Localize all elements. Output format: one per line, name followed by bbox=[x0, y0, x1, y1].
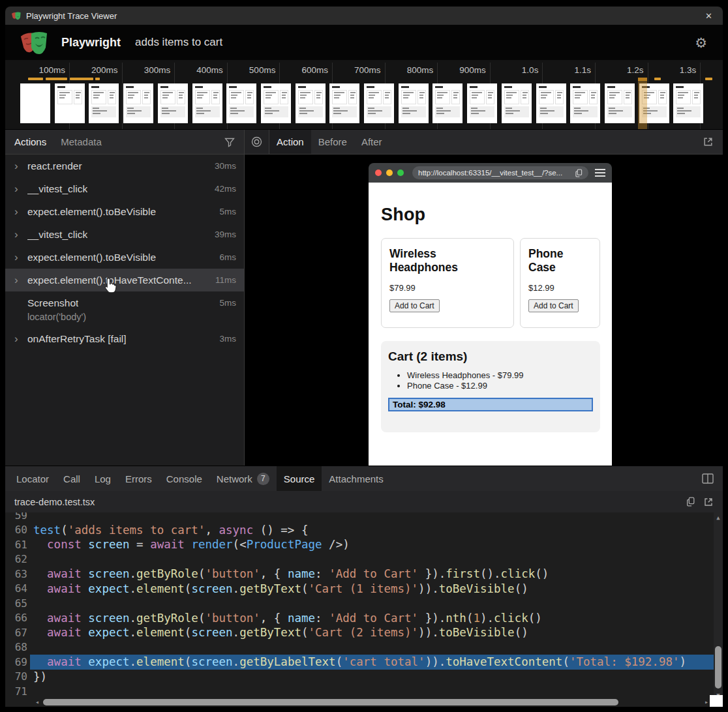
thumb-line bbox=[436, 108, 443, 109]
filmstrip-thumbnail[interactable] bbox=[329, 83, 359, 123]
snapshot-tabbar: ActionBeforeAfter bbox=[245, 130, 723, 155]
filter-icon[interactable] bbox=[224, 137, 235, 147]
add-to-cart-button[interactable]: Add to Cart bbox=[389, 299, 440, 312]
timeline[interactable]: 100ms200ms300ms400ms500ms600ms700ms800ms… bbox=[5, 60, 723, 130]
tab-errors[interactable]: Errors bbox=[118, 466, 159, 491]
url-bar[interactable]: http://localhost:63315/__vitest_test__/?… bbox=[412, 166, 588, 179]
action-row[interactable]: ›__vitest_click42ms bbox=[5, 177, 244, 200]
filmstrip-thumbnail[interactable] bbox=[536, 83, 566, 123]
code-line: 66 await screen.getByRole('button', { na… bbox=[5, 611, 714, 626]
pick-locator-button[interactable] bbox=[245, 130, 269, 154]
thumb-line bbox=[506, 113, 513, 114]
open-source-externally-icon[interactable] bbox=[703, 497, 714, 507]
tab-network[interactable]: Network7 bbox=[209, 466, 277, 491]
timeline-action-bar bbox=[70, 78, 93, 80]
filmstrip-thumbnail[interactable] bbox=[158, 83, 188, 123]
tab-before[interactable]: Before bbox=[311, 130, 354, 154]
action-row[interactable]: ›expect.element().toHaveTextConte...11ms bbox=[5, 269, 244, 291]
filmstrip-thumbnail[interactable] bbox=[89, 83, 119, 123]
thumb-line bbox=[437, 92, 447, 93]
action-row[interactable]: ›expect.element().toBeVisible6ms bbox=[5, 246, 244, 269]
horizontal-scroll-thumb[interactable] bbox=[43, 699, 618, 705]
playwright-masks-icon bbox=[12, 11, 22, 20]
thumb-cards bbox=[264, 90, 288, 104]
tab-action[interactable]: Action bbox=[269, 130, 311, 154]
thumb-card bbox=[91, 90, 106, 104]
thumb-line bbox=[557, 92, 562, 93]
thumb-line bbox=[609, 113, 616, 114]
thumb-card bbox=[142, 90, 151, 104]
thumb-cart bbox=[573, 106, 598, 117]
thumb-line bbox=[93, 97, 99, 98]
chevron-right-icon[interactable]: › bbox=[14, 160, 27, 173]
tab-call[interactable]: Call bbox=[56, 466, 87, 491]
filmstrip-thumbnail[interactable] bbox=[605, 83, 635, 123]
tab-console[interactable]: Console bbox=[159, 466, 209, 491]
gear-icon[interactable]: ⚙ bbox=[695, 36, 707, 50]
filmstrip-thumbnail[interactable] bbox=[20, 83, 50, 123]
chevron-right-icon[interactable]: › bbox=[14, 228, 27, 241]
scroll-left-arrow[interactable]: ◂ bbox=[35, 698, 39, 705]
tab-actions[interactable]: Actions bbox=[14, 136, 46, 147]
close-icon[interactable]: ✕ bbox=[701, 10, 716, 22]
action-list: ›react.render30ms›__vitest_click42ms›exp… bbox=[5, 155, 244, 466]
filmstrip-thumbnail[interactable] bbox=[673, 83, 703, 123]
scroll-up-arrow[interactable]: ▲ bbox=[714, 514, 723, 521]
filmstrip-thumbnail[interactable] bbox=[55, 83, 85, 123]
line-number: 59 bbox=[5, 512, 30, 522]
chevron-right-icon[interactable]: › bbox=[14, 333, 27, 346]
thumb-line bbox=[626, 97, 629, 98]
tab-metadata[interactable]: Metadata bbox=[61, 136, 102, 147]
copy-url-icon[interactable] bbox=[575, 169, 583, 177]
bottom-tabbar: LocatorCallLogErrorsConsoleNetwork7Sourc… bbox=[5, 466, 723, 491]
popout-snapshot-icon[interactable] bbox=[703, 136, 714, 147]
tab-source[interactable]: Source bbox=[277, 466, 322, 491]
tab-attachments[interactable]: Attachments bbox=[322, 466, 390, 491]
filmstrip-thumbnail[interactable] bbox=[364, 83, 394, 123]
chevron-right-icon[interactable]: › bbox=[14, 274, 27, 287]
filmstrip-thumbnail[interactable] bbox=[467, 83, 497, 123]
filmstrip-thumbnail[interactable] bbox=[432, 83, 463, 123]
hamburger-menu-icon[interactable] bbox=[595, 169, 605, 177]
thumb-line bbox=[368, 108, 374, 109]
timeline-action-bar bbox=[28, 78, 43, 80]
tab-log[interactable]: Log bbox=[87, 466, 118, 491]
chevron-right-icon[interactable]: › bbox=[14, 251, 27, 264]
copy-source-icon[interactable] bbox=[686, 497, 695, 507]
thumb-card bbox=[280, 90, 288, 104]
split-view-icon[interactable] bbox=[702, 473, 714, 484]
tab-after[interactable]: After bbox=[354, 130, 389, 154]
filmstrip-thumbnail[interactable] bbox=[192, 83, 222, 123]
action-row[interactable]: ›react.render30ms bbox=[5, 155, 244, 177]
add-to-cart-button[interactable]: Add to Cart bbox=[528, 299, 579, 312]
vertical-scrollbar[interactable]: ▲ ▼ bbox=[714, 512, 723, 698]
action-row[interactable]: Screenshot5ms bbox=[5, 291, 244, 314]
action-row[interactable]: ›expect.element().toBeVisible5ms bbox=[5, 200, 244, 223]
horizontal-scrollbar[interactable]: ◂ ▸ bbox=[5, 698, 714, 707]
scroll-right-arrow[interactable]: ▸ bbox=[705, 698, 708, 705]
chevron-right-icon[interactable]: › bbox=[14, 205, 27, 218]
filmstrip-thumbnail[interactable] bbox=[123, 83, 153, 123]
filmstrip-thumbnail[interactable] bbox=[261, 83, 291, 123]
thumb-shop-title bbox=[229, 86, 237, 88]
thumb-line bbox=[488, 95, 492, 96]
filmstrip-thumbnail[interactable] bbox=[296, 83, 326, 123]
thumb-shop-title bbox=[401, 86, 409, 88]
filmstrip-thumbnail[interactable] bbox=[226, 83, 256, 123]
code-text: const screen = await render(<ProductPage… bbox=[30, 537, 714, 552]
timeline-gridline bbox=[122, 63, 123, 129]
tab-locator[interactable]: Locator bbox=[9, 466, 56, 491]
thumb-line bbox=[609, 95, 616, 96]
line-number: 70 bbox=[5, 670, 30, 683]
thumb-line bbox=[93, 113, 100, 114]
vertical-scroll-thumb[interactable] bbox=[715, 646, 721, 689]
filmstrip-thumbnail[interactable] bbox=[399, 83, 429, 123]
filmstrip-thumbnail[interactable] bbox=[570, 83, 600, 123]
thumb-shop-title bbox=[435, 86, 443, 88]
action-row[interactable]: ›onAfterRetryTask [fail]3ms bbox=[5, 327, 244, 350]
filmstrip-thumbnail[interactable] bbox=[502, 83, 532, 123]
action-row[interactable]: ›__vitest_click39ms bbox=[5, 223, 244, 246]
action-sublabel[interactable]: locator('body') bbox=[5, 312, 244, 327]
chevron-right-icon[interactable]: › bbox=[14, 183, 27, 196]
thumb-line bbox=[453, 92, 459, 93]
